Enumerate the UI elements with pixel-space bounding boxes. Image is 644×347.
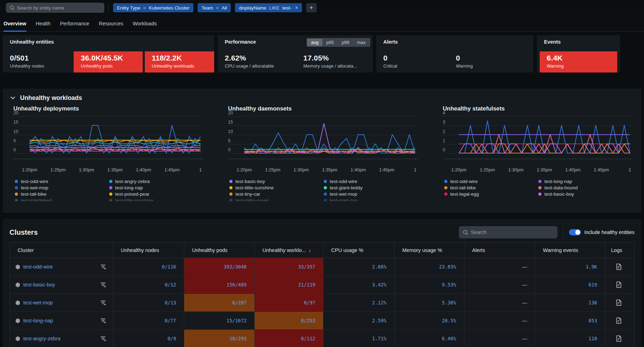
legend-item[interactable]: test-tall-bike — [15, 191, 109, 197]
legend-label: test-interlinked — [21, 198, 52, 202]
legend-dot-icon — [324, 193, 327, 196]
column-header-cpu-usage-[interactable]: CPU usage % — [323, 242, 395, 258]
legend-item[interactable]: test-data-hound — [538, 184, 633, 191]
log-document-icon[interactable] — [616, 282, 621, 288]
legend-item[interactable]: test-mad-zoo — [324, 197, 418, 201]
legend-item[interactable]: test-interlinked — [15, 197, 109, 201]
table-row: test-wet-mop0/138/2878/972.12%5.36%—136 — [10, 294, 634, 312]
legend-item[interactable]: test-wet-mop — [324, 191, 418, 197]
cluster-link[interactable]: test-long-nap — [23, 318, 53, 323]
x-axis-tick — [143, 159, 144, 161]
column-header-cluster[interactable]: Cluster — [10, 242, 113, 258]
x-axis-tick — [358, 159, 359, 161]
legend-label: test-tall-bike — [450, 185, 476, 190]
log-document-icon[interactable] — [616, 335, 621, 342]
filter-add-icon[interactable] — [100, 300, 106, 305]
clusters-search[interactable] — [459, 226, 557, 238]
tab-performance[interactable]: Performance — [60, 15, 89, 31]
legend-item[interactable]: test-poised-pear — [109, 191, 204, 197]
legend-item[interactable]: test-legal-egg — [444, 191, 539, 197]
summary-cards-row: Unhealthy entities 0/501Unhealthy nodes3… — [3, 35, 641, 72]
range-option-max[interactable]: max — [353, 39, 370, 46]
column-header-unhealthy-pods[interactable]: Unhealthy pods — [184, 242, 255, 258]
entity-search[interactable] — [6, 3, 104, 13]
entity-search-input[interactable] — [17, 5, 101, 11]
stat-label: Unhealthy pods — [81, 63, 137, 69]
legend-label: test-angry-zebra — [115, 179, 150, 184]
logs-cell[interactable] — [605, 276, 634, 294]
column-header-warning-events[interactable]: Warning events — [535, 242, 605, 258]
tab-workloads[interactable]: Workloads — [133, 15, 157, 31]
collapse-chevron-icon[interactable] — [11, 96, 15, 100]
column-header-unhealthy-worklo-[interactable]: Unhealthy worklo...↓ — [255, 242, 323, 258]
logs-cell[interactable] — [605, 312, 634, 329]
legend-item[interactable]: test-long-nap — [109, 184, 204, 191]
column-header-alerts[interactable]: Alerts — [464, 242, 535, 258]
filter-chip[interactable]: Team=All — [198, 3, 231, 12]
legend-item[interactable]: test-tall-bike — [444, 184, 539, 191]
legend-label: test-little-sunshine — [115, 198, 154, 202]
cluster-link[interactable]: test-basic-boy — [23, 282, 55, 288]
x-axis-tick — [415, 159, 416, 161]
chart-plot[interactable]: 20151050 — [228, 113, 418, 165]
filter-add-icon[interactable] — [100, 336, 106, 341]
filter-add-icon[interactable] — [100, 264, 106, 270]
legend-item[interactable]: test-wet-mop — [15, 184, 109, 191]
log-document-icon[interactable] — [616, 317, 621, 324]
chart-plot[interactable]: 43210 — [443, 113, 633, 165]
stat-label: Unhealthy nodes — [10, 63, 66, 69]
cluster-link[interactable]: test-odd-wire — [23, 264, 53, 270]
cluster-link[interactable]: test-wet-mop — [23, 300, 53, 305]
cpu-usage-cell: 2.12% — [323, 294, 395, 311]
column-header-logs[interactable]: Logs — [605, 242, 634, 258]
tab-overview[interactable]: Overview — [4, 15, 26, 31]
legend-item[interactable]: test-little-sunshine — [109, 197, 204, 201]
series-test-odd-wire — [244, 133, 415, 153]
clusters-search-input[interactable] — [471, 229, 553, 235]
add-filter-button[interactable]: + — [306, 3, 317, 12]
logs-cell[interactable] — [605, 330, 634, 347]
x-tick-label: 1:30pm — [508, 167, 524, 172]
range-option-avg[interactable]: avg — [307, 39, 322, 46]
filter-chips: Entity Type=Kubernetes ClusterTeam=Alldi… — [113, 3, 317, 12]
toggle-knob — [575, 230, 580, 235]
column-header-unhealthy-nodes[interactable]: Unhealthy nodes — [113, 242, 184, 258]
cluster-hexagon-icon — [16, 336, 20, 341]
close-icon[interactable]: × — [295, 5, 298, 11]
log-document-icon[interactable] — [616, 264, 621, 270]
tab-health[interactable]: Health — [36, 15, 51, 31]
logs-cell[interactable] — [605, 294, 634, 311]
filter-chip[interactable]: displayNameLIKEtest-× — [235, 3, 302, 12]
cluster-link[interactable]: test-angry-zebra — [23, 336, 61, 341]
performance-range-toggle: avgp95p99max — [306, 38, 370, 47]
unhealthy-pods-cell: 392/3048 — [184, 258, 255, 276]
legend-item[interactable]: test-milky-novel — [229, 197, 324, 201]
card-alerts: Alerts 0Critical0Warning — [376, 35, 533, 72]
legend-item[interactable]: test-odd-wire — [15, 178, 109, 184]
filter-add-icon[interactable] — [100, 282, 106, 288]
chip-value: Kubernetes Cluster — [149, 5, 190, 11]
legend-item[interactable]: test-tiny-car — [229, 191, 324, 197]
range-option-p95[interactable]: p95 — [322, 39, 338, 46]
chart-plot[interactable]: 20151050 — [13, 113, 203, 165]
unhealthy-workloads-cell: 8/112 — [255, 330, 323, 347]
filter-add-icon[interactable] — [100, 318, 106, 323]
range-option-p99[interactable]: p99 — [338, 39, 353, 46]
legend-item[interactable]: test-giant-teddy — [324, 184, 418, 191]
legend-item[interactable]: test-odd-wire — [444, 178, 539, 184]
column-header-memory-usage-[interactable]: Memory usage % — [395, 242, 464, 258]
legend-dot-icon — [15, 180, 18, 183]
legend-item[interactable]: test-little-sunshine — [229, 184, 324, 191]
legend-item[interactable]: test-long-nap — [538, 178, 633, 184]
include-healthy-toggle[interactable] — [569, 229, 581, 235]
chip-operator: = — [143, 5, 146, 11]
tab-resources[interactable]: Resources — [99, 15, 123, 31]
legend-item[interactable]: test-angry-zebra — [109, 178, 204, 184]
x-tick-labels: 1:20pm1:25pm1:30pm1:35pm1:40pm1:45pm1 — [13, 166, 203, 174]
legend-item[interactable]: test-basic-boy — [538, 191, 633, 197]
filter-chip[interactable]: Entity Type=Kubernetes Cluster — [113, 3, 193, 12]
legend-item[interactable]: test-basic-boy — [229, 178, 324, 184]
logs-cell[interactable] — [605, 258, 634, 276]
log-document-icon[interactable] — [616, 299, 621, 306]
legend-item[interactable]: test-odd-wire — [324, 178, 418, 184]
